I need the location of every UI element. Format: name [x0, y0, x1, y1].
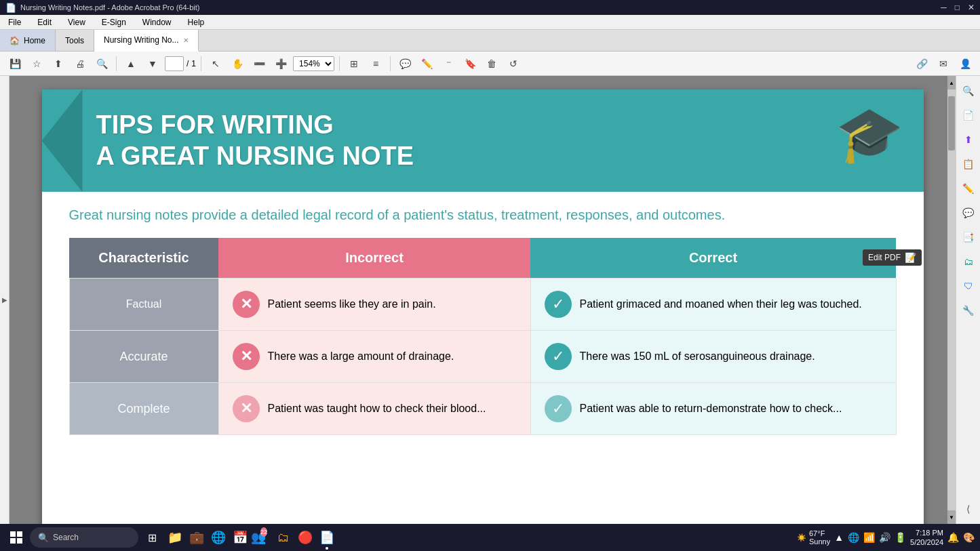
menu-window[interactable]: Window — [140, 16, 174, 28]
clock[interactable]: 7:18 PM 5/20/2024 — [910, 528, 943, 548]
email-button[interactable]: ✉ — [934, 54, 953, 73]
menu-edit[interactable]: Edit — [35, 16, 54, 28]
search-button[interactable]: 🔍 — [92, 54, 111, 73]
notification-icon[interactable]: 🔔 — [947, 532, 959, 543]
cell-correct-factual: ✓ Patient grimaced and moaned when their… — [530, 279, 896, 331]
maximize-button[interactable]: □ — [955, 3, 960, 12]
home-icon: 🏠 — [9, 36, 20, 45]
tab-home[interactable]: 🏠 Home — [0, 30, 56, 51]
correct-text-factual: Patient grimaced and moaned when their l… — [580, 298, 862, 310]
task-view-button[interactable]: ⊞ — [141, 527, 163, 548]
banner: TIPS FOR WRITING A GREAT NURSING NOTE 🎓 — [42, 89, 924, 192]
edit-pdf-label: Edit PDF — [868, 253, 901, 262]
taskbar-teams[interactable]: 💼 — [187, 528, 206, 547]
subtitle-text: Great nursing notes provide a detailed l… — [69, 207, 726, 222]
comment-button[interactable]: 💬 — [395, 54, 414, 73]
link-button[interactable]: 🔗 — [912, 54, 931, 73]
bookmark-button[interactable]: ☆ — [27, 54, 46, 73]
main-area: ▶ Edit PDF 📝 TIPS FOR WRITING A GREAT NU… — [0, 76, 980, 524]
battery-icon[interactable]: 🔋 — [895, 532, 906, 543]
taskbar-app-red[interactable]: 🔴 — [296, 528, 315, 547]
menu-help[interactable]: Help — [185, 16, 208, 28]
delete-button[interactable]: 🗑 — [482, 54, 501, 73]
menu-view[interactable]: View — [65, 16, 88, 28]
page-separator: / — [187, 59, 189, 68]
tools-sidebar-button[interactable]: 🔧 — [959, 301, 978, 320]
highlight-button[interactable]: ✏️ — [417, 54, 436, 73]
save-button[interactable]: 💾 — [5, 54, 24, 73]
export-sidebar-button[interactable]: ⬆ — [959, 130, 978, 149]
taskbar-acrobat[interactable]: 📄 — [317, 528, 336, 547]
correct-text-accurate: There was 150 mL of serosanguineous drai… — [580, 350, 815, 363]
network-icon[interactable]: 🌐 — [848, 532, 859, 543]
taskbar-files[interactable]: 🗂 — [274, 528, 293, 547]
scroll-thumb[interactable] — [948, 96, 955, 150]
shield-sidebar-button[interactable]: 🛡 — [959, 277, 978, 295]
menu-file[interactable]: File — [5, 16, 24, 28]
correct-text-complete: Patient was able to return-demonstrate h… — [580, 403, 842, 415]
fit-page-button[interactable]: ⊞ — [345, 54, 364, 73]
chevron-up-icon[interactable]: ▲ — [834, 532, 844, 543]
incorrect-text-complete: Patient was taught how to check their bl… — [268, 403, 486, 415]
pdf-edit-sidebar-button[interactable]: 📄 — [959, 106, 978, 125]
title-bar: 📄 Nursing Writing Notes.pdf - Adobe Acro… — [0, 0, 980, 15]
toolbar: 💾 ☆ ⬆ 🖨 🔍 ▲ ▼ 1 / 1 ↖ ✋ ➖ ➕ 154% ⊞ ≡ 💬 ✏… — [0, 52, 980, 76]
color-swatch-icon[interactable]: 🎨 — [963, 532, 975, 543]
volume-icon[interactable]: 🔊 — [879, 532, 890, 543]
zoom-sidebar-button[interactable]: 🔍 — [959, 81, 978, 100]
pen-sidebar-button[interactable]: ✏️ — [959, 179, 978, 198]
scrollbar[interactable]: ▲ ▼ — [947, 76, 956, 524]
divider4 — [390, 56, 391, 71]
upload-button[interactable]: ⬆ — [49, 54, 68, 73]
cell-incorrect-accurate: ✕ There was a large amount of drainage. — [218, 331, 530, 383]
cursor-tool-button[interactable]: ↖ — [206, 54, 225, 73]
next-page-button[interactable]: ▼ — [143, 54, 162, 73]
zoom-out-button[interactable]: ➖ — [250, 54, 269, 73]
prev-page-button[interactable]: ▲ — [121, 54, 140, 73]
hand-tool-button[interactable]: ✋ — [228, 54, 247, 73]
stamp-button[interactable]: 🔖 — [460, 54, 479, 73]
right-sidebar: 🔍 📄 ⬆ 📋 ✏️ 💬 📑 🗂 🛡 🔧 ⟨ — [956, 76, 980, 524]
tab-document[interactable]: Nursing Writing No... ✕ — [94, 30, 198, 52]
pages-sidebar-button[interactable]: 📑 — [959, 228, 978, 247]
start-button[interactable] — [5, 527, 27, 548]
taskbar-teams-badge[interactable]: 👥 22 — [252, 528, 271, 547]
correct-icon: ✓ — [545, 395, 572, 422]
cell-characteristic-complete: Complete — [69, 383, 218, 435]
app-icon: 📄 — [5, 3, 16, 13]
print-button[interactable]: 🖨 — [71, 54, 90, 73]
expand-sidebar-button[interactable]: ⟨ — [959, 499, 978, 518]
wifi-icon[interactable]: 📶 — [863, 532, 875, 543]
comment-sidebar-button[interactable]: 💬 — [959, 203, 978, 222]
zoom-select[interactable]: 154% — [293, 56, 334, 71]
organize-sidebar-button[interactable]: 📋 — [959, 155, 978, 174]
close-button[interactable]: ✕ — [968, 3, 975, 12]
strikeout-button[interactable]: ⁻ — [439, 54, 458, 73]
menu-esign[interactable]: E-Sign — [99, 16, 129, 28]
subtitle: Great nursing notes provide a detailed l… — [42, 192, 924, 238]
weather-icon: ☀️ — [797, 533, 806, 542]
taskbar-search[interactable]: 🔍 Search — [30, 527, 138, 548]
cell-characteristic-accurate: Accurate — [69, 331, 218, 383]
page-number-input[interactable]: 1 — [165, 56, 184, 71]
taskbar-explorer[interactable]: 📁 — [165, 528, 184, 547]
date-display: 5/20/2024 — [910, 537, 943, 547]
scroll-button[interactable]: ≡ — [366, 54, 385, 73]
window-title: Nursing Writing Notes.pdf - Adobe Acroba… — [20, 3, 200, 12]
banner-title: TIPS FOR WRITING A GREAT NURSING NOTE — [96, 110, 414, 171]
user-button[interactable]: 👤 — [956, 54, 975, 73]
page-navigation: 1 / 1 — [165, 56, 196, 71]
minimize-button[interactable]: ─ — [941, 3, 947, 12]
svg-rect-0 — [10, 531, 16, 537]
rotate-button[interactable]: ↺ — [504, 54, 523, 73]
taskbar-calendar[interactable]: 📅 — [231, 528, 250, 547]
close-tab-icon[interactable]: ✕ — [183, 37, 189, 44]
tab-tools[interactable]: Tools — [56, 30, 94, 51]
incorrect-text-accurate: There was a large amount of drainage. — [268, 350, 454, 363]
left-panel-toggle[interactable]: ▶ — [0, 76, 9, 524]
divider2 — [201, 56, 201, 71]
taskbar-edge[interactable]: 🌐 — [209, 528, 228, 547]
svg-rect-3 — [17, 538, 22, 544]
file-sidebar-button[interactable]: 🗂 — [959, 252, 978, 271]
zoom-in-button[interactable]: ➕ — [271, 54, 290, 73]
